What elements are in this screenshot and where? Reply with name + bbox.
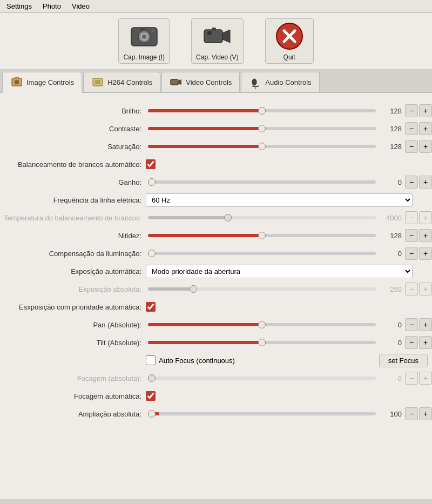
esxposicao-prioridade-checkbox[interactable] [146,302,156,312]
ampliacao-plus-btn[interactable]: + [419,407,432,420]
cap-video-icon [202,21,232,51]
pan-label: Pan (Absolute): [0,321,146,329]
svg-marker-19 [178,79,181,85]
svg-rect-9 [212,28,216,31]
tab-image-controls[interactable]: Image Controls [2,72,82,93]
tab-h264-controls[interactable]: H264 Controls [83,72,160,92]
tab-video-controls[interactable]: Video Controls [161,72,240,92]
nitidez-slider-track[interactable] [148,234,376,237]
esxposicao-prioridade-row: Esxposição com prioridade automática: [0,299,432,314]
nitidez-slider-container [146,234,378,237]
cap-image-icon [129,21,159,51]
contraste-row: Contraste: 128 − + [0,121,432,136]
quit-label: Quit [284,53,295,61]
autofocus-left: Auto Focus (continuous) [146,355,235,365]
set-focus-button[interactable]: set Focus [379,354,428,367]
focagem-automatica-label: Focagem automática: [0,392,146,400]
tilt-minus-btn[interactable]: − [405,336,418,349]
frequencia-row: Frequência da linha elétrica: 50 Hz 60 H… [0,192,432,207]
exposicao-auto-select[interactable]: Manual Modo prioridade da abertura Modo … [146,265,413,278]
balanceamento-checkbox[interactable] [146,159,156,169]
nitidez-plus-btn[interactable]: + [419,229,432,242]
cap-image-button[interactable]: Cap. Image (I) [118,18,170,64]
balanceamento-label: Balanceamento de brancos automático: [0,160,146,169]
temperatura-plus-btn: + [419,211,432,224]
saturacao-slider-track[interactable] [148,145,376,148]
tilt-row: Tilt (Absolute): 0 − + [0,335,432,350]
ganho-slider-container [146,180,378,184]
pan-slider-container [146,323,378,326]
saturacao-minus-btn[interactable]: − [405,140,418,153]
ampliacao-slider-track[interactable] [148,412,376,415]
pan-plus-btn[interactable]: + [419,318,432,331]
saturacao-label: Saturação: [0,143,146,151]
tab-audio-icon [249,76,262,89]
nitidez-row: Nitidez: 128 − + [0,228,432,243]
nitidez-minus-btn[interactable]: − [405,229,418,242]
ganho-slider-track[interactable] [148,180,376,184]
tilt-slider-track[interactable] [148,341,376,344]
brilho-label: Brilho: [0,107,146,115]
ganho-plus-btn[interactable]: + [419,176,432,189]
exposicao-auto-row: Exposição automática: Manual Modo priori… [0,264,432,279]
ampliacao-minus-btn[interactable]: − [405,407,418,420]
frequencia-label: Frequência da linha elétrica: [0,196,146,204]
ampliacao-row: Ampliação absoluta: 100 − + [0,406,432,421]
svg-point-14 [15,80,19,84]
contraste-plus-btn[interactable]: + [419,122,432,135]
svg-rect-6 [204,30,222,43]
tab-image-label: Image Controls [26,78,74,86]
quit-button[interactable]: Quit [265,18,314,64]
exposicao-abs-value: 250 [378,285,404,293]
contraste-minus-btn[interactable]: − [405,122,418,135]
frequencia-select[interactable]: 50 Hz 60 Hz [146,193,413,207]
temperatura-row: Temperatura do balanceamento de brancos:… [0,210,432,225]
compensacao-plus-btn[interactable]: + [419,247,432,260]
compensacao-label: Compensação da iluminação: [0,250,146,258]
menubar: Settings Photo Video [0,0,432,13]
tab-video-label: Video Controls [186,78,232,86]
ampliacao-value: 100 [378,410,404,418]
tab-h264-icon [91,76,104,89]
svg-rect-18 [171,79,178,85]
exposicao-abs-row: Exposição absoluta: 250 − + [0,281,432,297]
pan-slider-track[interactable] [148,323,376,326]
ganho-minus-btn[interactable]: − [405,176,418,189]
pan-minus-btn[interactable]: − [405,318,418,331]
svg-point-8 [207,31,212,35]
exposicao-abs-slider-container [146,287,378,291]
tilt-plus-btn[interactable]: + [419,336,432,349]
focagem-automatica-checkbox[interactable] [146,391,156,401]
cap-video-label: Cap. Video (V) [196,53,239,61]
brilho-plus-btn[interactable]: + [419,104,432,117]
autofocus-checkbox[interactable] [146,355,156,365]
menu-photo[interactable]: Photo [38,1,65,11]
autofocus-label: Auto Focus (continuous) [159,357,235,365]
cap-image-label: Cap. Image (I) [123,53,165,61]
main-window: Cap. Image (I) Cap. Video (V) [0,13,432,499]
brilho-slider-track[interactable] [148,109,376,112]
ampliacao-slider-container [146,412,378,415]
tab-audio-controls[interactable]: Audio Controls [241,72,319,92]
brilho-slider-container [146,109,378,112]
ampliacao-label: Ampliação absoluta: [0,410,146,418]
pan-row: Pan (Absolute): 0 − + [0,317,432,332]
tilt-slider-container [146,341,378,344]
tilt-label: Tilt (Absolute): [0,339,146,347]
contraste-value: 128 [378,125,404,133]
compensacao-minus-btn[interactable]: − [405,247,418,260]
contraste-slider-track[interactable] [148,127,376,130]
menu-settings[interactable]: Settings [2,1,36,11]
compensacao-slider-track[interactable] [148,252,376,255]
menu-video[interactable]: Video [68,1,94,11]
tabs-bar: Image Controls H264 Controls Video Contr… [0,70,432,93]
saturacao-plus-btn[interactable]: + [419,140,432,153]
compensacao-slider-container [146,252,378,255]
focagem-slider-track [148,377,376,380]
brilho-minus-btn[interactable]: − [405,104,418,117]
focagem-plus-btn: + [419,372,432,385]
temperatura-minus-btn: − [405,211,418,224]
tilt-value: 0 [378,339,404,347]
cap-video-button[interactable]: Cap. Video (V) [191,18,244,64]
saturacao-row: Saturação: 128 − + [0,139,432,154]
